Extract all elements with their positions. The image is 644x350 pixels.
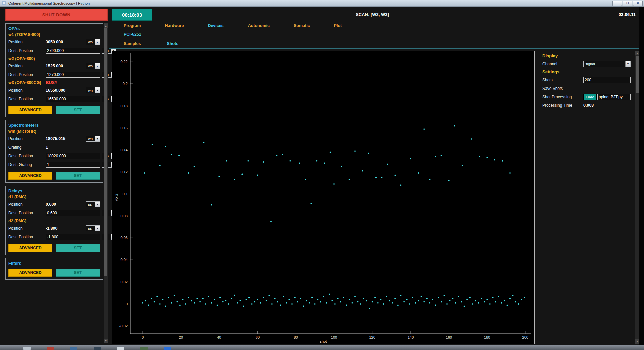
opas-set-button[interactable]: SET	[56, 106, 100, 114]
dropdown-arrow-icon: ▼	[625, 61, 630, 67]
d2-dest-position-input[interactable]	[46, 234, 100, 240]
processing-time-value: 0.003	[583, 103, 631, 108]
opas-group: OPAs w1 (TOPAS-800) Position 3050.000 wn…	[5, 23, 103, 117]
shots-plot-container: 020406080100120140160180200-0.0200.020.0…	[112, 51, 535, 344]
svg-text:-0.02: -0.02	[119, 324, 128, 328]
delays-advanced-button[interactable]: ADVANCED	[8, 244, 52, 252]
wm-dest-grating-input[interactable]	[46, 162, 100, 168]
scroll-up-icon[interactable]: ▲	[104, 24, 108, 28]
position-label: Position	[8, 226, 46, 231]
sidebar-scrollbar[interactable]: ▲ ▼	[104, 23, 108, 343]
dropdown-arrow-icon: ▼	[95, 39, 100, 45]
svg-text:0.2: 0.2	[123, 82, 128, 86]
wm-dest-position-input[interactable]	[46, 153, 100, 159]
hardware-name-w2: w2 (OPA-800)	[8, 56, 100, 61]
shutdown-button[interactable]: SHUT DOWN	[5, 9, 108, 21]
units-value: ps	[86, 226, 95, 231]
delays-title: Delays	[8, 188, 100, 193]
w1-position-units-dropdown[interactable]: wn ▼	[86, 39, 100, 45]
taskbar-app-icon[interactable]	[47, 347, 54, 350]
d2-position-units-dropdown[interactable]: ps ▼	[86, 225, 100, 231]
wm-position-row: Position 18075.015 wn ▼	[8, 134, 100, 143]
spectrometers-title: Spectrometers	[8, 123, 100, 128]
shots-scatter-plot: 020406080100120140160180200-0.0200.020.0…	[112, 51, 535, 344]
tab-shots[interactable]: Shots	[167, 41, 178, 46]
shots-label: Shots	[542, 78, 553, 82]
maximize-button[interactable]: ❐	[623, 1, 632, 6]
d1-position-units-dropdown[interactable]: ps ▼	[86, 201, 100, 207]
d1-position-row: Position 0.600 ps ▼	[8, 200, 100, 209]
svg-text:20: 20	[179, 335, 183, 339]
filters-advanced-button[interactable]: ADVANCED	[8, 269, 52, 277]
w2-dest-position-input[interactable]	[46, 72, 100, 78]
scrollbar-thumb[interactable]	[636, 56, 639, 93]
taskbar-app-icon[interactable]	[164, 347, 171, 350]
filters-set-button[interactable]: SET	[56, 269, 100, 277]
shots-input[interactable]	[583, 77, 631, 83]
taskbar-app-icon[interactable]	[140, 347, 148, 350]
d1-position-value: 0.600	[46, 202, 86, 207]
svg-text:0.14: 0.14	[121, 148, 128, 152]
device-tabs: PCI-6251	[109, 30, 639, 39]
tab-samples[interactable]: Samples	[124, 41, 141, 46]
d1-dest-position-input[interactable]	[46, 210, 100, 216]
svg-text:0: 0	[126, 302, 128, 306]
taskbar-app-icon[interactable]	[94, 347, 101, 350]
wm-position-units-dropdown[interactable]: wn ▼	[86, 136, 100, 142]
spectrometers-advanced-button[interactable]: ADVANCED	[8, 172, 52, 180]
processing-time-label: Processing Time	[542, 103, 572, 108]
w2-position-units-dropdown[interactable]: wn ▼	[86, 63, 100, 69]
taskbar-app-icon[interactable]	[23, 347, 31, 350]
w2-dest-row: Dest. Position wn ▼	[8, 70, 100, 79]
tab-somatic[interactable]: Somatic	[294, 23, 310, 28]
opas-advanced-button[interactable]: ADVANCED	[8, 106, 52, 114]
delays-set-button[interactable]: SET	[56, 244, 100, 252]
svg-text:60: 60	[256, 335, 260, 339]
taskbar-app-icon[interactable]	[70, 347, 77, 350]
spectrometers-set-button[interactable]: SET	[56, 172, 100, 180]
tab-hardware[interactable]: Hardware	[165, 23, 184, 28]
wm-label: wm (MicroHR)	[8, 129, 36, 134]
w1-position-row: Position 3050.000 wn ▼	[8, 38, 100, 46]
dropdown-arrow-icon: ▼	[95, 136, 100, 141]
device-subtabs: Samples Shots	[109, 39, 639, 49]
load-button[interactable]: Load	[583, 94, 597, 100]
svg-text:40: 40	[217, 335, 221, 339]
shot-processing-label: Shot Processing	[542, 95, 572, 99]
svg-text:0.16: 0.16	[121, 126, 128, 130]
grating-label: Grating	[8, 145, 46, 150]
w2-position-row: Position 1525.000 wn ▼	[8, 62, 100, 70]
tab-plot[interactable]: Plot	[334, 23, 342, 28]
tab-autonomic[interactable]: Autonomic	[248, 23, 270, 28]
tab-pci-6251[interactable]: PCI-6251	[124, 32, 141, 37]
svg-text:0.18: 0.18	[121, 104, 128, 108]
w1-dest-row: Dest. Position wn ▼	[8, 46, 100, 55]
busy-status: BUSY	[46, 80, 57, 85]
w3-dest-position-input[interactable]	[46, 96, 100, 102]
x-axis-label: shot	[320, 339, 327, 343]
w2-position-value: 1525.000	[46, 64, 86, 68]
minimize-button[interactable]: ─	[612, 1, 622, 6]
processing-file-input[interactable]	[597, 94, 631, 100]
scroll-up-icon[interactable]: ▲	[635, 51, 639, 55]
d2-dest-row: Dest. Position ps ▼	[8, 233, 100, 241]
scrollbar-thumb[interactable]	[104, 28, 107, 276]
app-icon	[2, 1, 6, 5]
taskbar-app-icon[interactable]	[117, 347, 124, 350]
scroll-down-icon[interactable]: ▼	[104, 339, 108, 343]
elapsed-time: 00:18:03	[112, 9, 152, 21]
d1-label: d1 (PMC)	[8, 195, 26, 199]
svg-text:0.02: 0.02	[121, 280, 128, 284]
position-label: Position	[8, 40, 46, 44]
scroll-down-icon[interactable]: ▼	[635, 339, 639, 344]
main-scrollbar[interactable]: ▲ ▼	[635, 51, 639, 344]
tab-program[interactable]: Program	[124, 23, 141, 28]
w3-position-units-dropdown[interactable]: wn ▼	[86, 87, 100, 93]
close-icon: ✕	[637, 2, 639, 5]
tab-devices[interactable]: Devices	[208, 23, 223, 28]
save-shots-row: Save Shots	[542, 84, 631, 93]
w1-dest-position-input[interactable]	[46, 48, 100, 54]
delays-group: Delays d1 (PMC) Position 0.600 ps ▼ Dest…	[5, 186, 103, 255]
close-button[interactable]: ✕	[633, 1, 643, 6]
channel-select[interactable]: signal ▼	[583, 61, 631, 67]
